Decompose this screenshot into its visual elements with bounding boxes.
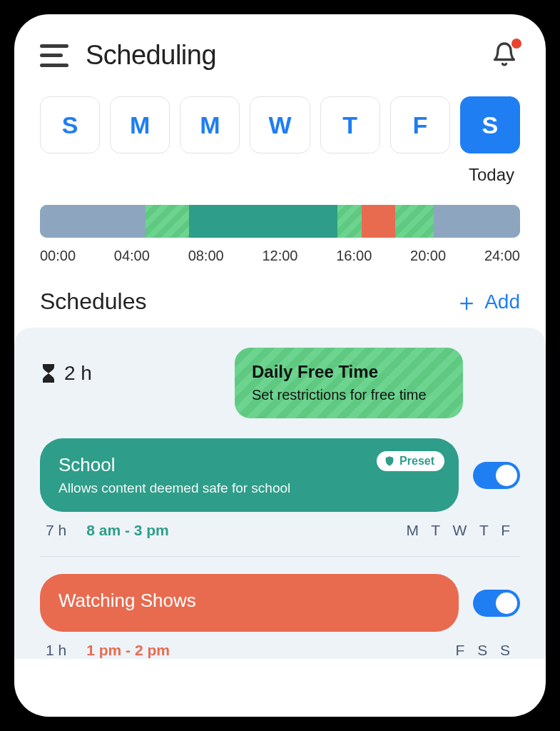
- schedule-item: Preset School Allows content deemed safe…: [40, 438, 520, 557]
- schedule-days: M T W T F: [406, 522, 514, 539]
- timeline-segment-teal: [189, 205, 338, 238]
- schedule-title: Watching Shows: [58, 590, 440, 612]
- toggle-knob: [496, 465, 517, 486]
- schedule-card-watching-shows[interactable]: Watching Shows: [40, 574, 459, 632]
- schedule-toggle[interactable]: [473, 590, 520, 617]
- tick-label: 04:00: [114, 248, 150, 264]
- daily-free-time-card[interactable]: Daily Free Time Set restrictions for fre…: [235, 348, 463, 418]
- day-chip-active[interactable]: S: [460, 96, 520, 153]
- app-screen: Scheduling S M M W T F S Today 00:00 04:…: [14, 14, 546, 717]
- add-schedule-button[interactable]: ＋ Add: [454, 290, 520, 314]
- page-title: Scheduling: [86, 40, 216, 71]
- tick-label: 12:00: [262, 248, 297, 264]
- toggle-knob: [496, 593, 517, 614]
- menu-icon[interactable]: [40, 44, 68, 67]
- hourglass-icon: [40, 363, 57, 384]
- schedule-time-range: 1 pm - 2 pm: [86, 642, 170, 659]
- free-time-duration-value: 2 h: [64, 362, 92, 385]
- free-time-row: 2 h Daily Free Time Set restrictions for…: [40, 348, 520, 418]
- shield-icon: [384, 455, 395, 467]
- header: Scheduling: [40, 40, 520, 71]
- day-chip[interactable]: M: [180, 96, 240, 153]
- day-chip[interactable]: W: [250, 96, 310, 153]
- schedules-panel: 2 h Daily Free Time Set restrictions for…: [14, 328, 546, 659]
- tick-label: 16:00: [336, 248, 372, 264]
- timeline-ticks: 00:00 04:00 08:00 12:00 16:00 20:00 24:0…: [40, 248, 520, 264]
- timeline-segment-stripe: [395, 205, 434, 238]
- timeline-bar: [40, 205, 520, 238]
- timeline-segment-blue: [40, 205, 146, 238]
- schedule-days: F S S: [455, 642, 514, 659]
- free-time-duration: 2 h: [40, 348, 92, 385]
- tick-label: 20:00: [410, 248, 446, 264]
- notification-dot-icon: [511, 39, 521, 49]
- day-chip[interactable]: M: [110, 96, 170, 153]
- timeline-segment-stripe: [337, 205, 362, 238]
- schedules-header: Schedules ＋ Add: [40, 288, 520, 315]
- free-time-subtitle: Set restrictions for free time: [252, 386, 446, 404]
- notifications-button[interactable]: [492, 41, 520, 70]
- free-time-title: Daily Free Time: [252, 362, 446, 382]
- day-chip[interactable]: S: [40, 96, 100, 153]
- schedule-item: Watching Shows 1 h 1 pm - 2 pm F S S: [40, 574, 520, 659]
- tick-label: 24:00: [484, 248, 520, 264]
- schedule-time-range: 8 am - 3 pm: [86, 522, 169, 539]
- schedule-toggle[interactable]: [473, 462, 520, 489]
- section-title: Schedules: [40, 288, 146, 315]
- day-chip[interactable]: T: [320, 96, 380, 153]
- day-chip[interactable]: F: [390, 96, 450, 153]
- schedule-duration: 7 h: [46, 522, 66, 539]
- schedule-subtitle: Allows content deemed safe for school: [58, 480, 440, 496]
- schedule-meta: 7 h 8 am - 3 pm M T W T F: [40, 522, 520, 539]
- tick-label: 08:00: [188, 248, 224, 264]
- schedule-meta: 1 h 1 pm - 2 pm F S S: [40, 642, 520, 659]
- add-label: Add: [484, 291, 520, 313]
- schedule-card-school[interactable]: Preset School Allows content deemed safe…: [40, 438, 459, 512]
- schedule-duration: 1 h: [46, 642, 66, 659]
- day-selector: S M M W T F S: [40, 96, 520, 153]
- timeline-segment-orange: [362, 205, 395, 238]
- timeline-segment-stripe: [146, 205, 189, 238]
- tick-label: 00:00: [40, 248, 76, 264]
- today-label: Today: [40, 165, 520, 185]
- preset-label: Preset: [399, 455, 434, 468]
- preset-badge: Preset: [377, 451, 444, 471]
- timeline-segment-blue: [434, 205, 520, 238]
- plus-icon: ＋: [454, 290, 479, 314]
